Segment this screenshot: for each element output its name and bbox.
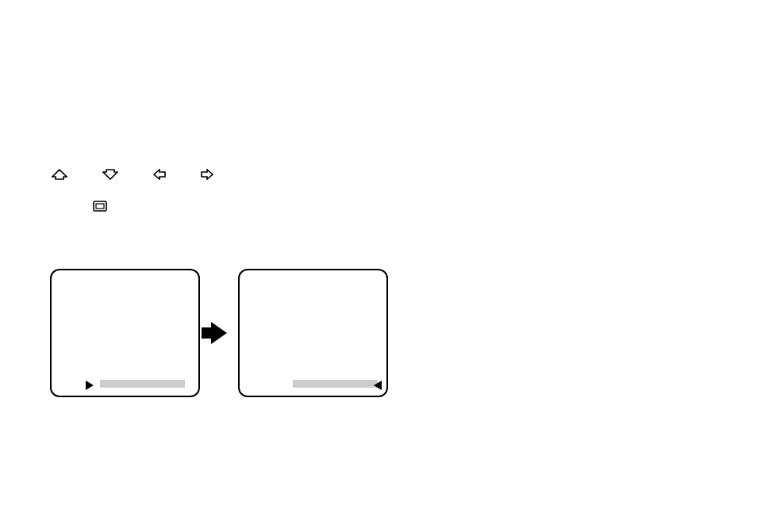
indicator-right-icon: [86, 381, 94, 390]
screen-pair: [50, 269, 388, 397]
svg-marker-2: [154, 170, 165, 179]
page-canvas: [0, 0, 757, 532]
transition-arrow-icon: [211, 322, 227, 344]
arrow-up-outline-icon: [52, 169, 67, 180]
screen-left: [50, 269, 200, 397]
screen-icon: [93, 201, 107, 212]
arrow-down-outline-icon: [102, 169, 118, 180]
indicator-left-icon: [374, 381, 382, 390]
svg-rect-5: [96, 204, 104, 209]
svg-marker-1: [103, 170, 117, 179]
svg-marker-3: [202, 170, 213, 179]
arrow-right-outline-icon: [201, 169, 213, 180]
arrow-left-outline-icon: [153, 169, 166, 180]
svg-marker-0: [52, 170, 67, 179]
progress-bar: [100, 380, 185, 388]
direction-icon-row: [52, 169, 213, 180]
screen-right: [238, 269, 388, 397]
progress-bar: [293, 380, 378, 388]
